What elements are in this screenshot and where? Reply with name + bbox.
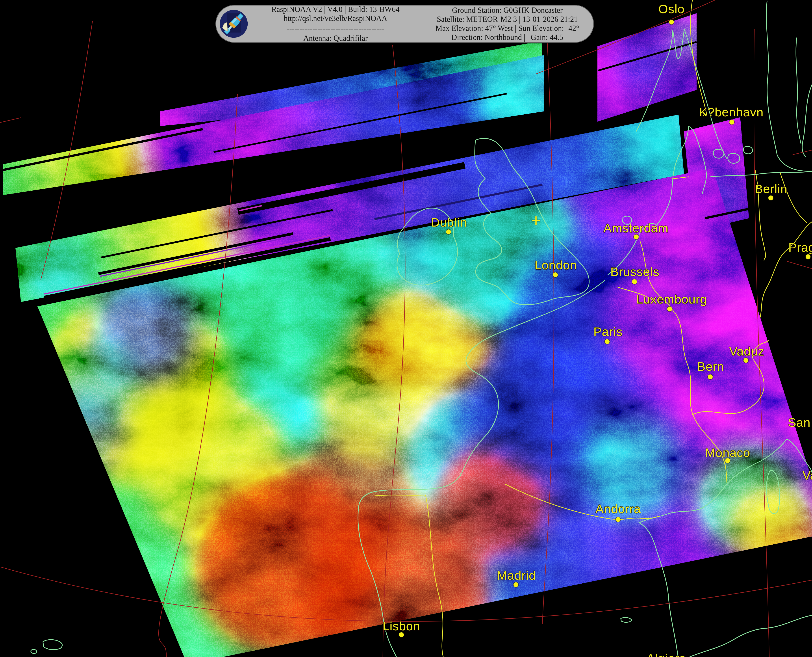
city-label-lisbon: Lisbon [382, 619, 420, 633]
banner-divider: -------------------------------------- [250, 25, 421, 34]
city-dot-brussels [632, 279, 637, 284]
city-label-bern: Bern [697, 359, 724, 374]
banner-title: RaspiNOAA V2 | V4.0 | Build: 13-BW64 [250, 5, 421, 14]
banner-elevation: Max Elevation: 47° West | Sun Elevation:… [421, 24, 593, 33]
header-banner: RaspiNOAA V2 | V4.0 | Build: 13-BW64 htt… [216, 5, 594, 43]
city-label-amsterdam: Amsterdam [603, 221, 668, 235]
city-label-oslo: Oslo [658, 2, 685, 16]
raspinoaa-logo-icon [219, 9, 248, 38]
city-label-luxembourg: Luxembourg [636, 292, 707, 306]
city-label-berlin: Berlin [755, 182, 787, 196]
satellite-map-stage: Oslo K?benhavn Berlin Dublin + Amsterdam… [0, 0, 812, 657]
city-dot-paris [605, 339, 610, 344]
city-dot-bern [708, 374, 713, 379]
city-label-london: London [535, 258, 577, 272]
city-label-algiers: Algiers [647, 651, 686, 657]
city-dot-berlin [769, 196, 773, 200]
city-label-andorra: Andorra [595, 501, 641, 516]
banner-antenna: Antenna: Quadrifilar [250, 34, 421, 43]
ground-station-marker: + [531, 210, 541, 230]
city-dot-andorra [616, 517, 621, 522]
banner-right-column: Ground Station: G0GHK Doncaster Satellit… [421, 6, 593, 42]
banner-ground-station: Ground Station: G0GHK Doncaster [421, 6, 593, 15]
city-label-brussels: Brussels [610, 265, 660, 279]
city-label-monaco: Monaco [705, 445, 750, 460]
city-label-dublin: Dublin [431, 215, 467, 229]
city-dot-vaduz [744, 358, 748, 363]
city-dot-prag [806, 254, 810, 259]
city-dot-kobenhavn [730, 120, 734, 125]
city-label-madrid: Madrid [497, 568, 536, 582]
city-dot-oslo [669, 20, 674, 25]
city-dot-london [553, 272, 558, 277]
banner-satellite: Satellite: METEOR-M2 3 | 13-01-2026 21:2… [421, 15, 593, 24]
banner-direction: Direction: Northbound | | Gain: 44.5 [421, 33, 593, 42]
city-dot-monaco [725, 458, 730, 463]
city-label-vaduz: Vaduz [729, 344, 764, 358]
city-label-kobenhavn: K?benhavn [699, 105, 764, 119]
banner-left-column: RaspiNOAA V2 | V4.0 | Build: 13-BW64 htt… [250, 5, 421, 43]
city-label-san: San [788, 415, 811, 430]
city-label-valletta-cut: Va [803, 468, 812, 483]
city-dot-amsterdam [634, 235, 639, 239]
banner-url: http://qsl.net/ve3elb/RaspiNOAA [250, 14, 421, 23]
city-dot-lisbon [399, 632, 404, 637]
city-dot-luxembourg [667, 307, 672, 311]
city-label-paris: Paris [593, 324, 623, 339]
city-dot-dublin [446, 229, 451, 234]
city-dot-madrid [514, 582, 519, 587]
city-label-prag: Prag [789, 240, 812, 255]
